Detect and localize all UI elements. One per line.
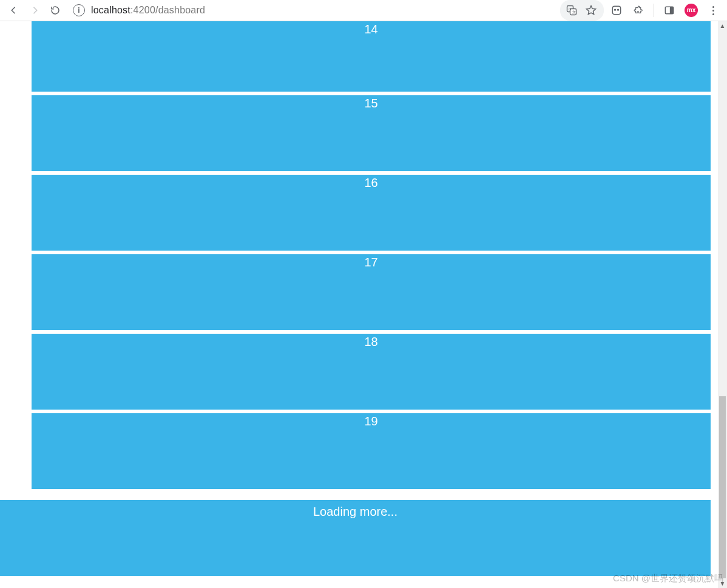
svg-rect-8: [670, 7, 674, 14]
browser-toolbar: i localhost:4200/dashboard G文: [0, 0, 727, 21]
puzzle-icon: [632, 4, 644, 16]
side-panel-button[interactable]: [660, 1, 678, 19]
side-panel-icon: [663, 4, 675, 16]
loading-indicator: Loading more...: [0, 500, 711, 576]
extensions-button[interactable]: [629, 1, 648, 19]
svg-point-6: [617, 9, 619, 11]
list-item: 18: [32, 334, 711, 410]
arrow-left-icon: [8, 5, 19, 16]
back-button[interactable]: [5, 1, 23, 19]
item-number: 16: [364, 176, 377, 189]
item-number: 15: [364, 96, 377, 110]
star-icon: [585, 4, 597, 16]
extension-a-icon: [610, 4, 623, 16]
reload-button[interactable]: [46, 1, 64, 19]
site-info-icon[interactable]: i: [73, 4, 85, 16]
url-host: localhost: [91, 5, 130, 15]
svg-rect-4: [612, 6, 620, 14]
item-number: 14: [364, 22, 377, 36]
svg-text:G: G: [569, 7, 572, 11]
translate-icon: G文: [566, 4, 578, 16]
svg-text:文: 文: [572, 10, 576, 14]
reload-icon: [50, 5, 61, 16]
item-number: 19: [364, 414, 377, 428]
profile-button[interactable]: mx: [682, 1, 700, 19]
arrow-right-icon: [29, 5, 40, 16]
url-path: /dashboard: [155, 5, 205, 15]
vertical-scrollbar[interactable]: ▲ ▼: [718, 21, 727, 588]
loading-text: Loading more...: [313, 505, 397, 518]
page-content[interactable]: 14 15 16 17 18 19 Loading more...: [0, 21, 727, 588]
list-item: 19: [32, 413, 711, 489]
url-text: localhost:4200/dashboard: [91, 5, 205, 16]
browser-window: i localhost:4200/dashboard G文: [0, 0, 727, 588]
translate-star-group: G文: [560, 0, 604, 21]
scroll-up-arrow-icon[interactable]: ▲: [718, 21, 727, 30]
list-item: 15: [32, 95, 711, 171]
scroll-thumb[interactable]: [719, 396, 726, 578]
page-viewport: 14 15 16 17 18 19 Loading more... ▲ ▼ CS…: [0, 21, 727, 588]
list-item: 14: [32, 21, 711, 92]
scroll-down-arrow-icon[interactable]: ▼: [718, 579, 727, 588]
address-bar[interactable]: i localhost:4200/dashboard: [73, 2, 554, 19]
extension-a-button[interactable]: [607, 1, 626, 19]
translate-button[interactable]: G文: [563, 1, 581, 19]
item-number: 17: [364, 255, 377, 269]
item-number: 18: [364, 335, 377, 348]
forward-button[interactable]: [25, 1, 44, 19]
menu-button[interactable]: [704, 1, 722, 19]
list-item: 16: [32, 175, 711, 251]
url-port: :4200: [130, 5, 155, 15]
kebab-icon: [712, 6, 714, 15]
item-list: 14 15 16 17 18 19: [0, 21, 727, 489]
avatar-icon: mx: [685, 4, 698, 17]
toolbar-separator: [654, 4, 654, 17]
bookmark-button[interactable]: [582, 1, 600, 19]
svg-point-5: [614, 9, 616, 11]
toolbar-right: G文 mx: [560, 0, 722, 21]
list-item: 17: [32, 254, 711, 330]
